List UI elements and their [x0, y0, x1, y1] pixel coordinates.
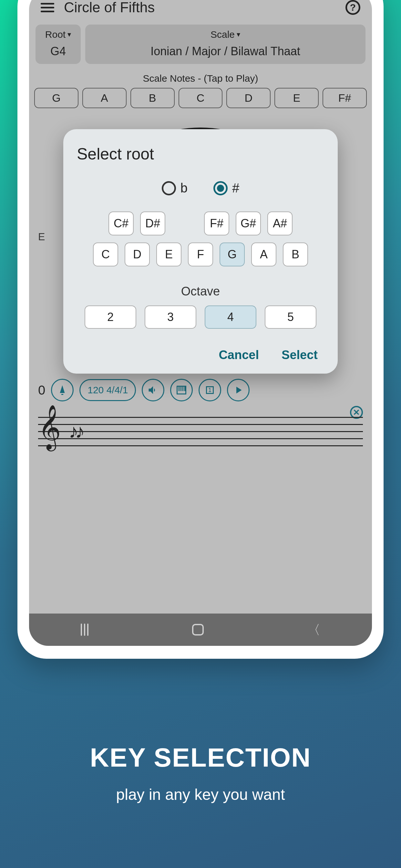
radio-sharp-label: # — [232, 181, 239, 195]
phone-frame: Circle of Fifths ? Root ▾ G4 Scale ▾ Ion… — [18, 0, 383, 659]
scale-label: Scale — [211, 29, 235, 40]
octave-label: Octave — [77, 284, 324, 299]
recent-apps-icon[interactable] — [81, 624, 89, 636]
key-button[interactable]: E — [156, 243, 181, 267]
key-button[interactable]: G# — [236, 212, 261, 236]
app-header: Circle of Fifths ? — [29, 0, 372, 25]
key-button[interactable]: A — [251, 243, 276, 267]
dialog-actions: Cancel Select — [77, 348, 324, 362]
select-root-dialog: Select root b # C# D# F# G# A — [63, 129, 338, 374]
root-selector[interactable]: Root ▾ G4 — [35, 25, 81, 64]
scale-value: Ionian / Major / Bilawal Thaat — [150, 44, 300, 58]
promo-text: KEY SELECTION play in any key you want — [0, 742, 401, 803]
scale-note[interactable]: D — [226, 88, 271, 108]
transport-bar: 0 120 4/4/1 1 — [29, 373, 372, 407]
selector-row: Root ▾ G4 Scale ▾ Ionian / Major / Bilaw… — [29, 25, 372, 64]
key-button[interactable]: D — [125, 243, 150, 267]
octave-button[interactable]: 5 — [265, 306, 316, 329]
promo-title: KEY SELECTION — [0, 742, 401, 773]
scale-note[interactable]: C — [179, 88, 223, 108]
octave-row: 2 3 4 5 — [77, 306, 324, 329]
radio-icon — [162, 181, 176, 195]
help-icon[interactable]: ? — [345, 0, 360, 15]
piano-icon[interactable] — [170, 379, 193, 401]
root-label: Root — [45, 29, 66, 40]
back-icon[interactable]: 〈 — [307, 621, 320, 639]
home-icon[interactable] — [192, 624, 204, 636]
scale-note[interactable]: G — [34, 88, 79, 108]
radio-sharp[interactable]: # — [213, 181, 239, 195]
scale-note[interactable]: E — [274, 88, 319, 108]
radio-flat[interactable]: b — [162, 181, 188, 195]
key-grid: C# D# F# G# A# C D E F G A B — [77, 212, 324, 267]
octave-button[interactable]: 3 — [145, 306, 196, 329]
radio-icon — [213, 181, 227, 195]
key-button[interactable]: A# — [267, 212, 292, 236]
side-note-e: E — [38, 231, 45, 243]
loop-icon[interactable]: 1 — [198, 379, 221, 401]
staff-chord: ♪♪ — [69, 420, 82, 442]
treble-clef-icon: 𝄞 — [38, 407, 61, 446]
app-screen: Circle of Fifths ? Root ▾ G4 Scale ▾ Ion… — [29, 0, 372, 646]
scale-notes-row: G A B C D E F# — [29, 84, 372, 108]
naturals-row: C D E F G A B — [93, 243, 308, 267]
select-button[interactable]: Select — [281, 348, 318, 362]
play-icon[interactable] — [227, 379, 250, 401]
chevron-down-icon: ▾ — [237, 30, 240, 39]
promo-subtitle: play in any key you want — [0, 786, 401, 803]
android-nav-bar: 〈 — [29, 614, 372, 646]
scale-note[interactable]: F# — [322, 88, 367, 108]
root-value: G4 — [50, 44, 66, 58]
dialog-title: Select root — [77, 145, 324, 163]
radio-flat-label: b — [181, 181, 188, 195]
accidental-radio-group: b # — [77, 181, 324, 195]
key-button[interactable]: F — [188, 243, 213, 267]
cancel-button[interactable]: Cancel — [219, 348, 259, 362]
music-staff[interactable]: 𝄞 ♪♪ — [38, 410, 363, 449]
tempo-selector[interactable]: 120 4/4/1 — [80, 379, 136, 401]
metronome-icon[interactable] — [51, 379, 73, 401]
beat-count: 0 — [38, 383, 45, 398]
octave-button[interactable]: 2 — [85, 306, 136, 329]
key-button-selected[interactable]: G — [220, 243, 245, 267]
volume-icon[interactable] — [142, 379, 164, 401]
key-button[interactable]: B — [283, 243, 308, 267]
menu-icon[interactable] — [41, 3, 54, 12]
sharps-row: C# D# F# G# A# — [109, 212, 292, 236]
chevron-down-icon: ▾ — [67, 30, 71, 39]
key-button[interactable]: C — [93, 243, 118, 267]
scale-notes-header: Scale Notes - (Tap to Play) — [29, 73, 372, 84]
svg-text:1: 1 — [208, 387, 212, 393]
key-button[interactable]: C# — [109, 212, 134, 236]
scale-note[interactable]: B — [130, 88, 175, 108]
key-button[interactable]: F# — [204, 212, 229, 236]
page-title: Circle of Fifths — [64, 0, 155, 16]
scale-note[interactable]: A — [82, 88, 127, 108]
scale-selector[interactable]: Scale ▾ Ionian / Major / Bilawal Thaat — [85, 25, 366, 64]
octave-button-selected[interactable]: 4 — [205, 306, 256, 329]
staff-area: ✕ 𝄞 ♪♪ — [29, 407, 372, 453]
key-button[interactable]: D# — [140, 212, 165, 236]
